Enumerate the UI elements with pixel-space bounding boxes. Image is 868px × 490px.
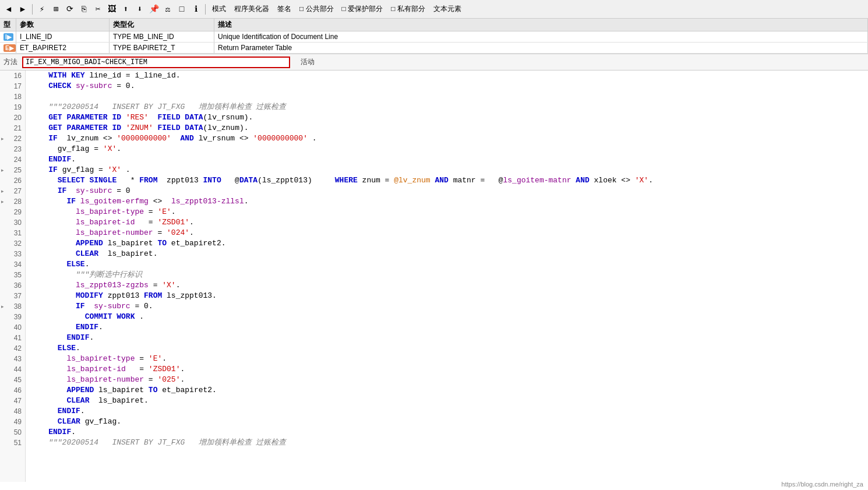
line-num: 23 [0,144,25,154]
line-num: 44 [0,364,25,375]
line-num: ▸22 [0,133,25,144]
code-line: CLEAR ls_bapiret. [30,396,868,406]
line-num: 47 [0,396,25,406]
code-line: ls_bapiret-id = 'ZSD01'. [30,364,868,375]
header-type: 型 [0,19,16,31]
nav-forward-button[interactable]: ▶ [16,3,29,16]
balance-icon[interactable]: ⚖ [161,3,174,16]
fold-icon[interactable]: ▸ [1,199,4,205]
code-line: """20200514 INSERT BY JT_FXG 增加领料单检查 过账检… [30,102,868,112]
line-num: 33 [0,249,25,259]
line-num: 42 [0,343,25,354]
active-label: 活动 [301,57,315,67]
line-num: 21 [0,123,25,133]
code-line: ls_bapiret-number = '025'. [30,375,868,385]
line-numbers: 161718192021▸222324▸2526▸27▸282930313233… [0,70,26,482]
header-typing: 类型化 [110,19,214,31]
lightning-icon[interactable]: ⚡ [36,3,48,16]
line-num: ▸25 [0,165,25,175]
code-line: CHECK sy-subrc = 0. [30,81,868,91]
code-line: ENDIF. [30,427,868,438]
line-num: 31 [0,228,25,238]
code-line: IF sy-subrc = 0 [30,186,868,196]
code-line: ENDIF. [30,406,868,417]
line-num: 46 [0,385,25,396]
code-line: gv_flag = 'X'. [30,144,868,154]
row2-desc: Return Parameter Table [214,43,868,53]
cut-icon[interactable]: ✂ [91,3,104,16]
pin-icon[interactable]: 📌 [147,3,160,16]
protected-section-button[interactable]: □ 爱保护部分 [338,3,387,15]
line-num: 51 [0,438,25,448]
copy-icon[interactable]: ⎘ [77,3,90,16]
code-lines: WITH KEY line_id = i_line_id. CHECK sy-s… [26,70,868,482]
download-icon[interactable]: ⬇ [133,3,146,16]
row1-name: I_LINE_ID [16,31,110,42]
code-line: ls_bapiret-id = 'ZSD01'. [30,217,868,228]
code-line: ls_bapiret-type = 'E'. [30,354,868,364]
code-line: ls_zppt013-zgzbs = 'X'. [30,280,868,291]
params-row-1[interactable]: I▶ I_LINE_ID TYPE MB_LINE_ID Unique Iden… [0,31,868,43]
mode-button[interactable]: 模式 [209,3,230,15]
line-num: 35 [0,270,25,280]
code-line: GET PARAMETER ID 'RES' FIELD DATA(lv_rsn… [30,112,868,123]
line-num: 24 [0,154,25,165]
code-line: MODIFY zppt013 FROM ls_zppt013. [30,291,868,301]
line-num: 16 [0,70,25,81]
method-bar: 方法 活动 [0,54,868,70]
nav-back-button[interactable]: ◀ [2,3,15,16]
line-num: 20 [0,112,25,123]
fold-icon[interactable]: ▸ [1,136,4,142]
square-icon[interactable]: □ [175,3,188,16]
url-hint: https://blog.csdn.me/right_za [781,481,863,488]
params-row-2[interactable]: E▶ ET_BAPIRET2 TYPE BAPIRET2_T Return Pa… [0,43,868,54]
fold-icon[interactable]: ▸ [1,167,4,173]
fold-icon[interactable]: ▸ [1,304,4,309]
line-num: ▸27 [0,186,25,196]
line-num: ▸28 [0,196,25,207]
line-num: 36 [0,280,25,291]
info-icon[interactable]: ℹ [189,3,202,16]
fold-icon[interactable]: ▸ [1,188,4,194]
line-num: 26 [0,175,25,186]
method-input[interactable] [22,57,290,68]
public-section-button[interactable]: □ 公共部分 [296,3,337,15]
line-num: 18 [0,91,25,102]
line-num: 32 [0,238,25,249]
row2-name: ET_BAPIRET2 [16,43,110,53]
grid-icon[interactable]: ⊞ [50,3,62,16]
method-label: 方法 [3,57,17,67]
code-line: IF lv_znum <> '0000000000' AND lv_rsnum … [30,133,868,144]
line-num: 30 [0,217,25,228]
line-num: 41 [0,333,25,343]
upload-icon[interactable]: ⬆ [119,3,132,16]
in-badge: I▶ [3,33,13,41]
code-line: APPEND ls_bapiret TO et_bapiret2. [30,238,868,249]
line-num: 40 [0,322,25,333]
toolbar-divider-2 [205,4,206,15]
text-elements-button[interactable]: 文本元素 [430,3,465,15]
line-num: 45 [0,375,25,385]
code-line: ENDIF. [30,154,868,165]
code-line: COMMIT WORK . [30,312,868,322]
code-line: ENDIF. [30,333,868,343]
code-line: """判断选中行标识 [30,270,868,280]
code-line: ELSE. [30,343,868,354]
line-num: 17 [0,81,25,91]
beautifier-button[interactable]: 程序美化器 [231,3,273,15]
line-num: 37 [0,291,25,301]
code-line: GET PARAMETER ID 'ZNUM' FIELD DATA(lv_zn… [30,123,868,133]
refresh-icon[interactable]: ⟳ [63,3,76,16]
line-num: 50 [0,427,25,438]
line-num: 19 [0,102,25,112]
code-line: IF gv_flag = 'X' . [30,165,868,175]
code-area[interactable]: 161718192021▸222324▸2526▸27▸282930313233… [0,70,868,482]
line-num: 39 [0,312,25,322]
toolbar-divider-1 [32,4,33,15]
private-section-button[interactable]: □ 私有部分 [387,3,429,15]
header-name: 参数 [16,19,110,31]
code-line: ls_bapiret-number = '024'. [30,228,868,238]
signature-button[interactable]: 签名 [274,3,295,15]
row1-typing: TYPE MB_LINE_ID [110,31,214,42]
image-icon[interactable]: 🖼 [105,3,118,16]
